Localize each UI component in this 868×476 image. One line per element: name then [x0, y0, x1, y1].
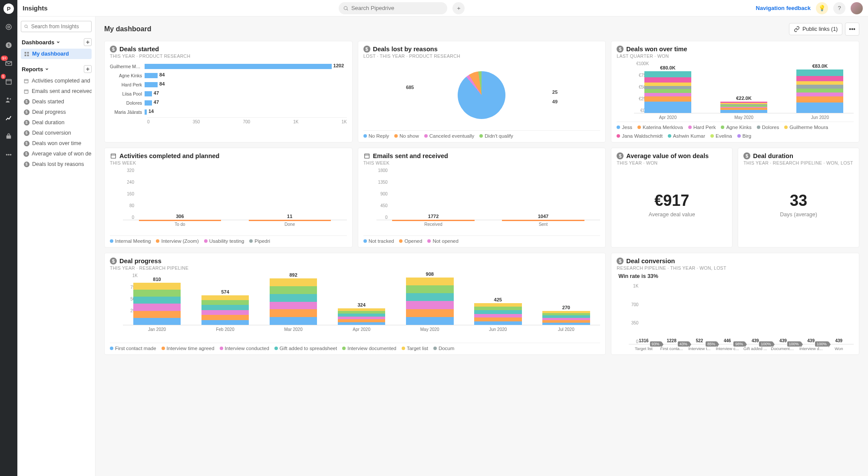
stacked-column: €83.0K: [791, 63, 849, 113]
card-activities[interactable]: Activities completed and planned THIS WE…: [104, 148, 353, 248]
svg-rect-15: [24, 79, 28, 83]
search-icon: [24, 24, 29, 29]
stacked-column: €80.0K: [638, 65, 697, 113]
coin-icon: $: [23, 151, 29, 157]
stacked-column: 324: [332, 302, 391, 325]
sidebar-item-report[interactable]: $Deals started: [21, 96, 92, 107]
nav-contacts-icon[interactable]: [3, 95, 14, 105]
global-search-input[interactable]: [351, 5, 443, 11]
insights-sidebar: Dashboards + My dashboard Reports + Acti…: [17, 17, 96, 476]
nav-mail-icon[interactable]: 9+: [3, 58, 14, 69]
sidebar-item-report[interactable]: $Deal progress: [21, 107, 92, 117]
nav-products-icon[interactable]: [3, 131, 14, 142]
hbar-row: Agne Kinks84: [110, 72, 347, 79]
bar-column: 1047: [495, 214, 592, 220]
dashboard-more-button[interactable]: •••: [845, 23, 859, 36]
legend-item: Guilherme Moura: [784, 125, 828, 130]
public-links-button[interactable]: Public links (1): [789, 23, 842, 35]
funnel-column: 522 85%: [687, 338, 712, 344]
search-icon: [343, 5, 349, 11]
link-icon: [794, 26, 800, 32]
global-search[interactable]: [339, 2, 447, 14]
legend-item: Gift added to spreadsheet: [274, 346, 337, 351]
stacked-column: 425: [468, 297, 528, 325]
reports-group[interactable]: Reports +: [22, 65, 92, 73]
card-deals-started[interactable]: $Deals started THIS YEAR · PRODUCT RESEA…: [104, 41, 353, 142]
stacked-column: 908: [400, 271, 459, 325]
stacked-column: 892: [264, 272, 323, 325]
legend-item: Didn't qualify: [479, 133, 513, 139]
hbar-row: Hard Perk84: [110, 81, 347, 89]
svg-rect-11: [24, 52, 26, 53]
logo[interactable]: P: [3, 3, 14, 14]
sidebar-item-report[interactable]: $Deals lost by reasons: [21, 159, 92, 169]
sidebar-item-report[interactable]: $Deal conversion: [21, 128, 92, 138]
nav-money-icon[interactable]: $: [3, 40, 14, 50]
svg-point-1: [8, 26, 10, 28]
funnel-column: 439 100%: [771, 338, 795, 344]
card-progress[interactable]: $Deal progress THIS YEAR · RESEARCH PIPE…: [104, 253, 606, 355]
sidebar-search-input[interactable]: [31, 23, 89, 30]
legend-item: Not tracked: [363, 238, 394, 244]
card-deals-won[interactable]: $Deals won over time LAST QUARTER · WON …: [611, 41, 859, 142]
bar-column: 11: [241, 214, 338, 220]
nav-focus-icon[interactable]: [3, 22, 14, 32]
funnel-column: 1228 43%: [660, 338, 684, 344]
stacked-column: 574: [195, 289, 255, 325]
card-emails[interactable]: Emails sent and received THIS WEEK 18001…: [358, 148, 606, 248]
funnel-column: 439: [827, 338, 851, 344]
add-report-button[interactable]: +: [84, 65, 92, 73]
coin-icon: $: [23, 161, 30, 167]
sidebar-item-report[interactable]: $Average value of won deals: [21, 149, 92, 159]
card-conversion[interactable]: $Deal conversion RESEARCH PIPELINE · THI…: [611, 253, 859, 355]
legend-item: Canceled eventually: [424, 133, 475, 139]
svg-rect-18: [364, 154, 369, 158]
legend-item: Agne Kinks: [721, 125, 751, 130]
svg-rect-13: [24, 54, 26, 56]
card-avg-value[interactable]: $Average value of won deals THIS YEAR · …: [611, 148, 733, 248]
kpi-value: 33: [790, 192, 807, 210]
legend-item: Interview documented: [342, 346, 396, 351]
nav-insights-icon[interactable]: [3, 113, 14, 123]
win-rate: Win rate is 33%: [618, 273, 854, 279]
sidebar-search[interactable]: [21, 21, 92, 32]
coin-icon: $: [743, 152, 750, 159]
svg-point-6: [7, 98, 9, 100]
bar-column: 306: [132, 214, 228, 220]
dashboards-group[interactable]: Dashboards +: [22, 38, 92, 46]
legend-item: Interview conducted: [220, 346, 269, 351]
feedback-link[interactable]: Navigation feedback: [756, 5, 811, 11]
cal-icon: [23, 78, 29, 84]
sidebar-item-report[interactable]: $Deals won over time: [21, 138, 92, 149]
funnel-column: 1316 93%: [631, 338, 656, 344]
sidebar-item-report[interactable]: $Deal duration: [21, 117, 92, 128]
legend-item: Pipedri: [249, 238, 270, 244]
calendar-badge: 5: [1, 74, 6, 79]
card-deals-lost[interactable]: $Deals lost by reasons LOST · THIS YEAR …: [358, 41, 606, 142]
legend-item: Jess: [617, 125, 632, 130]
help-button[interactable]: ?: [833, 2, 845, 14]
calendar-icon: [363, 152, 370, 159]
sidebar-item-report[interactable]: Emails sent and received: [21, 86, 92, 96]
tips-button[interactable]: 💡: [816, 2, 828, 14]
svg-point-9: [344, 6, 347, 10]
stacked-column: 270: [536, 305, 596, 325]
coin-icon: $: [110, 46, 117, 53]
sidebar-item-report[interactable]: Activities completed and ...: [21, 76, 92, 86]
hbar-row: Guilherme Moura1202: [110, 63, 347, 70]
sidebar-item-dashboard[interactable]: My dashboard: [21, 49, 92, 59]
kpi-label: Average deal value: [649, 212, 695, 218]
coin-icon: $: [110, 258, 117, 264]
card-duration[interactable]: $Deal duration THIS YEAR · RESEARCH PIPE…: [738, 148, 859, 248]
chevron-down-icon: [45, 67, 49, 71]
nav-more-icon[interactable]: •••: [3, 149, 14, 160]
bar-column: 1772: [385, 214, 482, 220]
add-button[interactable]: ＋: [452, 2, 465, 14]
nav-calendar-icon[interactable]: 5: [3, 76, 14, 87]
user-avatar[interactable]: [851, 2, 863, 14]
funnel-column: 439 100%: [799, 338, 823, 344]
add-dashboard-button[interactable]: +: [84, 38, 92, 46]
hbar-row: Liisa Pool47: [110, 90, 347, 98]
legend-item: No Reply: [363, 133, 389, 139]
dashboard-content: My dashboard Public links (1) ••• $Deals…: [96, 17, 868, 476]
